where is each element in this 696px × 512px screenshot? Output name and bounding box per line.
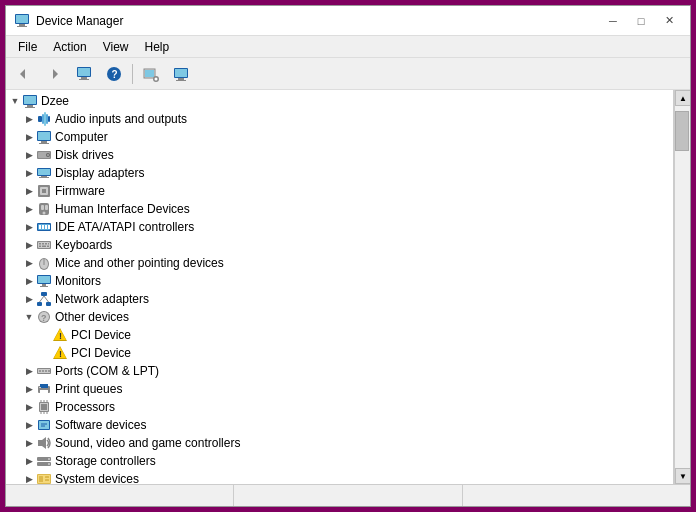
disk-icon bbox=[36, 147, 52, 163]
expand-sound[interactable]: ▶ bbox=[22, 436, 36, 450]
software-label: Software devices bbox=[55, 418, 146, 432]
svg-rect-32 bbox=[39, 143, 49, 144]
tree-item-keyboards[interactable]: ▶ Keyboards bbox=[6, 236, 673, 254]
scan-button[interactable] bbox=[137, 61, 165, 87]
svg-rect-7 bbox=[78, 68, 90, 76]
svg-marker-4 bbox=[20, 69, 25, 79]
help-icon: ? bbox=[106, 66, 122, 82]
svg-rect-67 bbox=[38, 276, 50, 283]
tree-item-hid[interactable]: ▶ Human Interface Devices bbox=[6, 200, 673, 218]
toolbar: ? bbox=[6, 58, 690, 90]
expand-monitors[interactable]: ▶ bbox=[22, 274, 36, 288]
tree-item-system[interactable]: ▶ System devices bbox=[6, 470, 673, 484]
maximize-button[interactable]: □ bbox=[628, 11, 654, 31]
expand-other[interactable]: ▼ bbox=[22, 310, 36, 324]
tree-item-software[interactable]: ▶ Software devices bbox=[6, 416, 673, 434]
tree-item-ports[interactable]: ▶ Ports (COM & LPT) bbox=[6, 362, 673, 380]
tree-item-disk[interactable]: ▶ Disk drives bbox=[6, 146, 673, 164]
scroll-down-button[interactable]: ▼ bbox=[675, 468, 690, 484]
expand-software[interactable]: ▶ bbox=[22, 418, 36, 432]
svg-rect-58 bbox=[45, 243, 47, 245]
tree-item-network[interactable]: ▶ Network adapters bbox=[6, 290, 673, 308]
tree-item-pci2[interactable]: ▶ ! PCI Device bbox=[6, 344, 673, 362]
tree-item-pci1[interactable]: ▶ ! PCI Device bbox=[6, 326, 673, 344]
minimize-button[interactable]: ─ bbox=[600, 11, 626, 31]
expand-keyboards[interactable]: ▶ bbox=[22, 238, 36, 252]
expand-storage[interactable]: ▶ bbox=[22, 454, 36, 468]
expand-root[interactable]: ▼ bbox=[8, 94, 22, 108]
expand-ide[interactable]: ▶ bbox=[22, 220, 36, 234]
tree-item-audio[interactable]: ▶ Audio inputs and outputs bbox=[6, 110, 673, 128]
keyboard-icon bbox=[36, 237, 52, 253]
svg-point-36 bbox=[47, 154, 49, 156]
back-button[interactable] bbox=[10, 61, 38, 87]
scroll-thumb[interactable] bbox=[675, 111, 689, 151]
scroll-up-button[interactable]: ▲ bbox=[675, 90, 690, 106]
menu-help[interactable]: Help bbox=[137, 38, 178, 56]
expand-disk[interactable]: ▶ bbox=[22, 148, 36, 162]
svg-rect-56 bbox=[39, 243, 41, 245]
tree-item-processors[interactable]: ▶ Processors bbox=[6, 398, 673, 416]
svg-rect-24 bbox=[38, 116, 42, 122]
warning-icon-2: ! bbox=[52, 345, 68, 361]
expand-display[interactable]: ▶ bbox=[22, 166, 36, 180]
expand-firmware[interactable]: ▶ bbox=[22, 184, 36, 198]
svg-rect-8 bbox=[81, 77, 87, 79]
display-button[interactable] bbox=[167, 61, 195, 87]
scroll-track[interactable] bbox=[675, 106, 690, 468]
svg-marker-107 bbox=[38, 437, 46, 449]
expand-print[interactable]: ▶ bbox=[22, 382, 36, 396]
expand-mice[interactable]: ▶ bbox=[22, 256, 36, 270]
mouse-icon bbox=[36, 255, 52, 271]
audio-label: Audio inputs and outputs bbox=[55, 112, 187, 126]
tree-item-display[interactable]: ▶ Display adapters bbox=[6, 164, 673, 182]
ide-icon bbox=[36, 219, 52, 235]
svg-rect-93 bbox=[39, 387, 41, 388]
svg-text:!: ! bbox=[59, 331, 62, 341]
ide-label: IDE ATA/ATAPI controllers bbox=[55, 220, 194, 234]
help-button[interactable]: ? bbox=[100, 61, 128, 87]
svg-point-110 bbox=[48, 458, 50, 460]
tree-item-storage[interactable]: ▶ Storage controllers bbox=[6, 452, 673, 470]
svg-rect-114 bbox=[39, 476, 43, 482]
expand-audio[interactable]: ▶ bbox=[22, 112, 36, 126]
svg-line-74 bbox=[44, 296, 49, 302]
device-tree[interactable]: ▼ Dzee ▶ bbox=[6, 90, 674, 484]
svg-point-88 bbox=[45, 370, 47, 372]
tree-item-monitors[interactable]: ▶ Monitors bbox=[6, 272, 673, 290]
properties-button[interactable] bbox=[70, 61, 98, 87]
tree-item-other[interactable]: ▼ ? Other devices bbox=[6, 308, 673, 326]
expand-computer[interactable]: ▶ bbox=[22, 130, 36, 144]
svg-rect-38 bbox=[38, 169, 50, 175]
expand-processors[interactable]: ▶ bbox=[22, 400, 36, 414]
window-title: Device Manager bbox=[36, 14, 123, 28]
vertical-scrollbar[interactable]: ▲ ▼ bbox=[674, 90, 690, 484]
menu-file[interactable]: File bbox=[10, 38, 45, 56]
svg-rect-28 bbox=[48, 116, 50, 122]
tree-item-sound[interactable]: ▶ Sound, video and game controllers bbox=[6, 434, 673, 452]
menu-bar: File Action View Help bbox=[6, 36, 690, 58]
tree-item-ide[interactable]: ▶ IDE ATA/ATAPI controllers bbox=[6, 218, 673, 236]
svg-rect-22 bbox=[27, 105, 33, 107]
menu-action[interactable]: Action bbox=[45, 38, 94, 56]
tree-root[interactable]: ▼ Dzee bbox=[6, 92, 673, 110]
expand-network[interactable]: ▶ bbox=[22, 292, 36, 306]
title-controls: ─ □ ✕ bbox=[600, 11, 682, 31]
tree-item-print[interactable]: ▶ Print queues bbox=[6, 380, 673, 398]
computer-icon bbox=[22, 93, 38, 109]
expand-ports[interactable]: ▶ bbox=[22, 364, 36, 378]
tree-item-computer[interactable]: ▶ Computer bbox=[6, 128, 673, 146]
svg-rect-68 bbox=[42, 284, 46, 286]
menu-view[interactable]: View bbox=[95, 38, 137, 56]
expand-hid[interactable]: ▶ bbox=[22, 202, 36, 216]
svg-rect-9 bbox=[79, 79, 89, 80]
properties-icon bbox=[76, 66, 92, 82]
expand-system[interactable]: ▶ bbox=[22, 472, 36, 484]
status-bar bbox=[6, 484, 690, 506]
svg-line-73 bbox=[40, 296, 45, 302]
svg-rect-72 bbox=[46, 302, 51, 306]
tree-item-mice[interactable]: ▶ Mice and other pointing devices bbox=[6, 254, 673, 272]
close-button[interactable]: ✕ bbox=[656, 11, 682, 31]
forward-button[interactable] bbox=[40, 61, 68, 87]
tree-item-firmware[interactable]: ▶ Firmware bbox=[6, 182, 673, 200]
